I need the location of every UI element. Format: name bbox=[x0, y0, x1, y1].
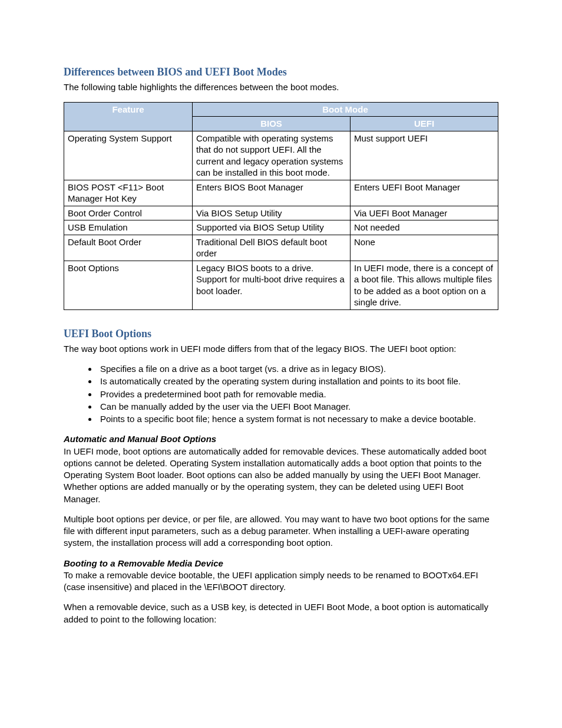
intro-paragraph-2: The way boot options work in UEFI mode d… bbox=[64, 343, 498, 355]
cell-feature: Boot Options bbox=[64, 261, 193, 309]
list-item: Specifies a file on a drive as a boot ta… bbox=[98, 363, 498, 375]
table-row: Boot Options Legacy BIOS boots to a driv… bbox=[64, 261, 498, 309]
paragraph: In UEFI mode, boot options are automatic… bbox=[64, 446, 498, 505]
cell-bios: Via BIOS Setup Utility bbox=[193, 206, 351, 220]
list-item: Is automatically created by the operatin… bbox=[98, 375, 498, 387]
table-row: Operating System Support Compatible with… bbox=[64, 131, 498, 180]
table-row: Boot Order Control Via BIOS Setup Utilit… bbox=[64, 206, 498, 220]
bullet-list: Specifies a file on a drive as a boot ta… bbox=[64, 363, 498, 425]
intro-paragraph-1: The following table highlights the diffe… bbox=[64, 81, 498, 93]
list-item: Points to a specific boot file; hence a … bbox=[98, 413, 498, 425]
th-feature: Feature bbox=[64, 102, 193, 131]
cell-bios: Enters BIOS Boot Manager bbox=[193, 180, 351, 206]
subheading-automatic-manual: Automatic and Manual Boot Options bbox=[64, 433, 498, 445]
cell-uefi: Not needed bbox=[351, 220, 498, 235]
cell-feature: Operating System Support bbox=[64, 131, 193, 180]
table-body: Operating System Support Compatible with… bbox=[64, 131, 498, 309]
subheading-booting-removable: Booting to a Removable Media Device bbox=[64, 558, 498, 569]
cell-uefi: Via UEFI Boot Manager bbox=[351, 206, 498, 220]
cell-uefi: In UEFI mode, there is a concept of a bo… bbox=[351, 261, 498, 309]
cell-bios: Legacy BIOS boots to a drive. Support fo… bbox=[193, 261, 351, 309]
th-uefi: UEFI bbox=[351, 117, 498, 131]
table-row: BIOS POST <F11> Boot Manager Hot Key Ent… bbox=[64, 180, 498, 206]
cell-bios: Compatible with operating systems that d… bbox=[193, 131, 351, 180]
section-heading-differences: Differences between BIOS and UEFI Boot M… bbox=[64, 65, 498, 79]
table-row: Default Boot Order Traditional Dell BIOS… bbox=[64, 235, 498, 261]
paragraph: When a removable device, such as a USB k… bbox=[64, 601, 498, 625]
paragraph: Multiple boot options per device, or per… bbox=[64, 513, 498, 549]
cell-bios: Traditional Dell BIOS default boot order bbox=[193, 235, 351, 261]
section-heading-uefi-boot-options: UEFI Boot Options bbox=[64, 327, 498, 341]
cell-uefi: None bbox=[351, 235, 498, 261]
th-bootmode: Boot Mode bbox=[193, 102, 498, 117]
paragraph: To make a removable device bootable, the… bbox=[64, 569, 498, 594]
list-item: Provides a predetermined boot path for r… bbox=[98, 388, 498, 400]
cell-feature: BIOS POST <F11> Boot Manager Hot Key bbox=[64, 180, 193, 206]
list-item: Can be manually added by the user via th… bbox=[98, 401, 498, 413]
cell-uefi: Enters UEFI Boot Manager bbox=[351, 180, 498, 206]
cell-bios: Supported via BIOS Setup Utility bbox=[193, 220, 351, 235]
cell-feature: Boot Order Control bbox=[64, 206, 193, 220]
cell-feature: Default Boot Order bbox=[64, 235, 193, 261]
comparison-table: Feature Boot Mode BIOS UEFI Operating Sy… bbox=[64, 102, 498, 310]
table-row: USB Emulation Supported via BIOS Setup U… bbox=[64, 220, 498, 235]
th-bios: BIOS bbox=[193, 117, 351, 131]
cell-feature: USB Emulation bbox=[64, 220, 193, 235]
cell-uefi: Must support UEFI bbox=[351, 131, 498, 180]
